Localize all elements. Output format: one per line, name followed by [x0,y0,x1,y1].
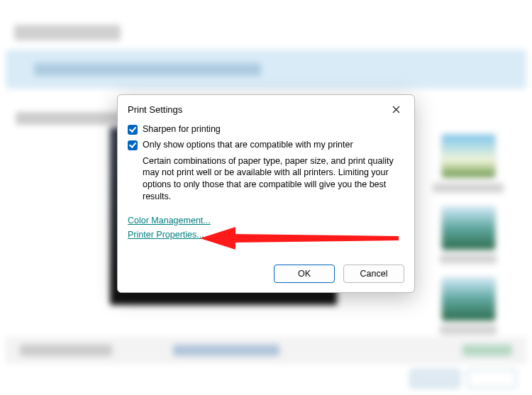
close-button[interactable] [387,101,404,118]
cancel-button[interactable]: Cancel [343,265,404,283]
sharpen-checkbox[interactable] [128,125,138,135]
printer-properties-link[interactable]: Printer Properties... [128,230,204,240]
dialog-footer: OK Cancel [118,255,414,292]
color-management-link[interactable]: Color Management... [128,216,211,226]
dialog-title: Print Settings [128,104,182,115]
dialog-body: Sharpen for printing Only show options t… [118,123,414,255]
compat-label: Only show options that are compatible wi… [143,139,353,150]
compat-row: Only show options that are compatible wi… [128,139,403,150]
ok-button[interactable]: OK [274,265,335,283]
compat-checkbox[interactable] [128,140,138,150]
sharpen-row: Sharpen for printing [128,123,403,135]
print-settings-dialog: Print Settings Sharpen for printing Only… [117,94,415,293]
compat-description: Certain combinations of paper type, pape… [143,155,403,204]
close-icon [392,106,400,113]
sharpen-label: Sharpen for printing [143,123,221,135]
dialog-titlebar: Print Settings [118,95,414,123]
